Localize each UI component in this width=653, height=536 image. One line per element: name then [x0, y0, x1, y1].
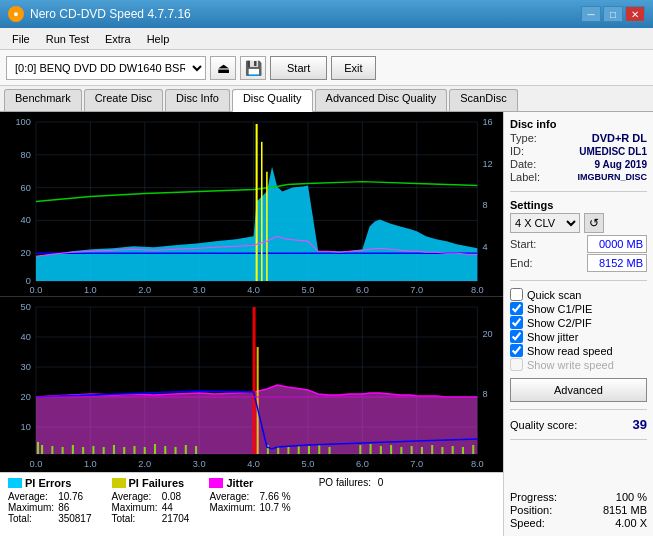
app-icon: ●	[8, 6, 24, 22]
settings-section: Settings 4 X CLV ↺ Start: End:	[510, 199, 647, 273]
start-label: Start:	[510, 238, 536, 250]
svg-text:1.0: 1.0	[84, 459, 97, 469]
svg-text:40: 40	[21, 332, 31, 342]
tab-create-disc[interactable]: Create Disc	[84, 89, 163, 111]
exit-button[interactable]: Exit	[331, 56, 375, 80]
svg-text:6.0: 6.0	[356, 285, 369, 295]
show-write-speed-checkbox[interactable]	[510, 358, 523, 371]
svg-rect-102	[390, 445, 392, 454]
pi-failures-color	[112, 478, 126, 488]
speed-setting-row: 4 X CLV ↺	[510, 213, 647, 233]
show-c1-pie-label: Show C1/PIE	[527, 303, 592, 315]
disc-label-value: IMGBURN_DISC	[577, 172, 647, 182]
position-value: 8151 MB	[603, 504, 647, 516]
svg-rect-79	[92, 446, 94, 454]
svg-rect-82	[123, 447, 125, 454]
show-jitter-row: Show jitter	[510, 330, 647, 343]
tab-benchmark[interactable]: Benchmark	[4, 89, 82, 111]
chart-section: 100 80 60 40 20 0 16 12 8 4 0.0 1.0 2.0 …	[0, 112, 503, 536]
disc-id-row: ID: UMEDISC DL1	[510, 145, 647, 157]
svg-rect-89	[195, 446, 197, 454]
quick-scan-checkbox[interactable]	[510, 288, 523, 301]
menu-run-test[interactable]: Run Test	[38, 31, 97, 47]
position-row: Position: 8151 MB	[510, 504, 647, 516]
title-bar: ● Nero CD-DVD Speed 4.7.7.16 ─ □ ✕	[0, 0, 653, 28]
drive-dropdown[interactable]: [0:0] BENQ DVD DD DW1640 BSRB	[6, 56, 206, 80]
svg-rect-75	[51, 446, 53, 454]
title-bar-controls: ─ □ ✕	[581, 6, 645, 22]
menu-file[interactable]: File	[4, 31, 38, 47]
svg-rect-109	[462, 447, 464, 454]
show-read-speed-checkbox[interactable]	[510, 344, 523, 357]
svg-rect-87	[175, 447, 177, 454]
eject-icon-button[interactable]: ⏏	[210, 56, 236, 80]
disc-date-value: 9 Aug 2019	[595, 159, 647, 170]
disc-info-section: Disc info Type: DVD+R DL ID: UMEDISC DL1…	[510, 118, 647, 184]
svg-rect-97	[318, 445, 320, 454]
show-read-speed-row: Show read speed	[510, 344, 647, 357]
start-button[interactable]: Start	[270, 56, 327, 80]
svg-text:10: 10	[21, 422, 31, 432]
pi-errors-max-label: Maximum:	[8, 502, 54, 513]
pi-failures-avg-label: Average:	[112, 491, 158, 502]
tab-scan-disc[interactable]: ScanDisc	[449, 89, 517, 111]
svg-text:5.0: 5.0	[302, 285, 315, 295]
svg-rect-78	[82, 447, 84, 454]
maximize-button[interactable]: □	[603, 6, 623, 22]
show-c2-pif-checkbox[interactable]	[510, 316, 523, 329]
show-jitter-checkbox[interactable]	[510, 330, 523, 343]
close-button[interactable]: ✕	[625, 6, 645, 22]
divider-3	[510, 409, 647, 410]
disc-date-row: Date: 9 Aug 2019	[510, 158, 647, 170]
svg-text:4.0: 4.0	[247, 459, 260, 469]
advanced-button[interactable]: Advanced	[510, 378, 647, 402]
menu-help[interactable]: Help	[139, 31, 178, 47]
tab-advanced-disc-quality[interactable]: Advanced Disc Quality	[315, 89, 448, 111]
svg-text:80: 80	[21, 150, 31, 160]
disc-label-row: Label: IMGBURN_DISC	[510, 171, 647, 183]
svg-rect-98	[328, 447, 330, 454]
quality-score-label: Quality score:	[510, 419, 577, 431]
show-c1-pie-checkbox[interactable]	[510, 302, 523, 315]
refresh-button[interactable]: ↺	[584, 213, 604, 233]
tab-disc-quality[interactable]: Disc Quality	[232, 89, 313, 112]
svg-rect-101	[380, 446, 382, 454]
disc-type-value: DVD+R DL	[592, 132, 647, 144]
quality-score-row: Quality score: 39	[510, 417, 647, 432]
svg-rect-84	[144, 447, 146, 454]
svg-rect-81	[113, 445, 115, 454]
pi-failures-label: PI Failures	[129, 477, 185, 489]
svg-text:20: 20	[482, 329, 492, 339]
save-icon-button[interactable]: 💾	[240, 56, 266, 80]
svg-text:3.0: 3.0	[193, 459, 206, 469]
svg-text:40: 40	[21, 216, 31, 226]
svg-text:6.0: 6.0	[356, 459, 369, 469]
svg-text:100: 100	[15, 117, 30, 127]
settings-title: Settings	[510, 199, 647, 211]
svg-text:12: 12	[482, 159, 492, 169]
svg-rect-74	[41, 445, 43, 454]
po-failures-label: PO failures:	[319, 477, 371, 488]
menu-extra[interactable]: Extra	[97, 31, 139, 47]
pi-errors-avg-value: 10.76	[58, 491, 91, 502]
start-input[interactable]	[587, 235, 647, 253]
position-label: Position:	[510, 504, 552, 516]
minimize-button[interactable]: ─	[581, 6, 601, 22]
divider-2	[510, 280, 647, 281]
svg-rect-106	[431, 445, 433, 454]
show-write-speed-label: Show write speed	[527, 359, 614, 371]
legend-pi-errors: PI Errors Average: 10.76 Maximum: 86 Tot…	[8, 477, 92, 524]
disc-type-row: Type: DVD+R DL	[510, 132, 647, 144]
show-c2-pif-label: Show C2/PIF	[527, 317, 592, 329]
tab-disc-info[interactable]: Disc Info	[165, 89, 230, 111]
pi-errors-total-value: 350817	[58, 513, 91, 524]
window-title: Nero CD-DVD Speed 4.7.7.16	[30, 7, 191, 21]
svg-text:7.0: 7.0	[410, 285, 423, 295]
speed-dropdown[interactable]: 4 X CLV	[510, 213, 580, 233]
svg-text:8.0: 8.0	[471, 459, 484, 469]
svg-text:50: 50	[21, 302, 31, 312]
svg-rect-108	[452, 446, 454, 454]
svg-text:1.0: 1.0	[84, 285, 97, 295]
end-input[interactable]	[587, 254, 647, 272]
quick-scan-row: Quick scan	[510, 288, 647, 301]
